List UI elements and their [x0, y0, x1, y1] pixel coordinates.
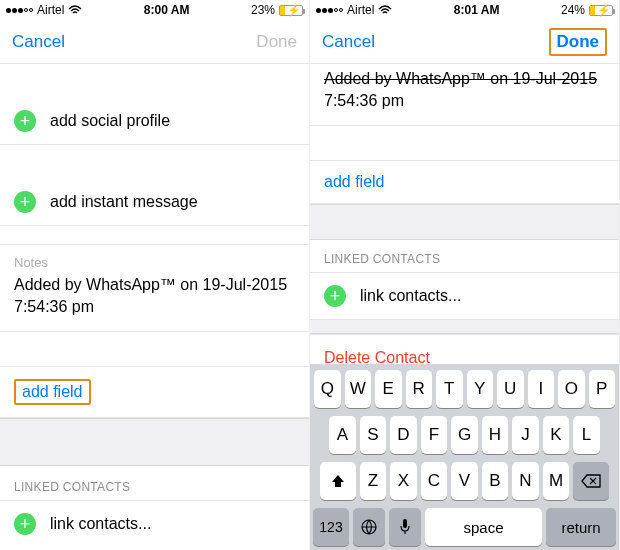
return-key[interactable]: return: [546, 508, 616, 546]
kb-row-2: ASDFGHJKL: [313, 416, 616, 454]
add-field-row[interactable]: add field: [310, 160, 619, 204]
link-contacts-row[interactable]: link contacts...: [310, 272, 619, 320]
key-i[interactable]: I: [528, 370, 555, 408]
add-instant-message-row[interactable]: add instant message: [0, 179, 309, 226]
wifi-icon: [68, 5, 82, 15]
key-k[interactable]: K: [543, 416, 570, 454]
battery-pct: 23%: [251, 3, 275, 17]
shift-icon: [330, 473, 346, 489]
link-contacts-row[interactable]: link contacts...: [0, 500, 309, 547]
svg-rect-1: [403, 519, 407, 528]
backspace-icon: [581, 474, 601, 488]
carrier-label: Airtel: [37, 3, 64, 17]
linked-contacts-header: LINKED CONTACTS: [0, 466, 309, 500]
key-f[interactable]: F: [421, 416, 448, 454]
key-r[interactable]: R: [406, 370, 433, 408]
row-label: link contacts...: [360, 287, 461, 305]
globe-icon: [360, 518, 378, 536]
notes-label: Notes: [14, 255, 295, 270]
key-e[interactable]: E: [375, 370, 402, 408]
carrier-label: Airtel: [347, 3, 374, 17]
shift-key[interactable]: [320, 462, 356, 500]
charging-icon: ⚡: [597, 4, 611, 17]
backspace-key[interactable]: [573, 462, 609, 500]
done-button[interactable]: Done: [557, 32, 600, 51]
key-c[interactable]: C: [421, 462, 448, 500]
kb-row-4: 123 space return: [313, 508, 616, 546]
clock: 8:01 AM: [454, 3, 500, 17]
key-n[interactable]: N: [512, 462, 539, 500]
space-key[interactable]: space: [425, 508, 542, 546]
signal-dots-icon: [316, 8, 343, 13]
key-z[interactable]: Z: [360, 462, 387, 500]
mic-key[interactable]: [389, 508, 421, 546]
notes-block[interactable]: Added by WhatsApp™ on 19-Jul-2015 7:54:3…: [310, 64, 619, 126]
key-j[interactable]: J: [512, 416, 539, 454]
globe-key[interactable]: [353, 508, 385, 546]
right-screen: Airtel 8:01 AM 24% ⚡ Cancel Done Added b…: [310, 0, 620, 550]
key-a[interactable]: A: [329, 416, 356, 454]
key-q[interactable]: Q: [314, 370, 341, 408]
row-label: add social profile: [50, 112, 170, 130]
battery-pct: 24%: [561, 3, 585, 17]
key-t[interactable]: T: [436, 370, 463, 408]
notes-line1: Added by WhatsApp™ on 19-Jul-2015: [324, 70, 597, 87]
add-social-profile-row[interactable]: add social profile: [0, 98, 309, 145]
notes-block[interactable]: Notes Added by WhatsApp™ on 19-Jul-2015 …: [0, 244, 309, 332]
key-v[interactable]: V: [451, 462, 478, 500]
key-y[interactable]: Y: [467, 370, 494, 408]
nav-bar: Cancel Done: [310, 20, 619, 64]
key-l[interactable]: L: [573, 416, 600, 454]
status-bar: Airtel 8:01 AM 24% ⚡: [310, 0, 619, 20]
signal-dots-icon: [6, 8, 33, 13]
key-x[interactable]: X: [390, 462, 417, 500]
notes-line2: 7:54:36 pm: [324, 90, 605, 112]
status-bar: Airtel 8:00 AM 23% ⚡: [0, 0, 309, 20]
left-screen: Airtel 8:00 AM 23% ⚡ Cancel Done add soc…: [0, 0, 310, 550]
key-o[interactable]: O: [558, 370, 585, 408]
plus-icon: [14, 513, 36, 535]
linked-contacts-header: LINKED CONTACTS: [310, 240, 619, 272]
clock: 8:00 AM: [144, 3, 190, 17]
row-label: add instant message: [50, 193, 198, 211]
done-button: Done: [256, 32, 297, 52]
nav-bar: Cancel Done: [0, 20, 309, 64]
kb-row-1: QWERTYUIOP: [313, 370, 616, 408]
key-m[interactable]: M: [543, 462, 570, 500]
add-field-row[interactable]: add field: [0, 366, 309, 418]
plus-icon: [14, 191, 36, 213]
cancel-button[interactable]: Cancel: [12, 32, 65, 52]
add-field-link[interactable]: add field: [22, 383, 83, 400]
plus-icon: [324, 285, 346, 307]
key-w[interactable]: W: [345, 370, 372, 408]
add-field-link[interactable]: add field: [324, 173, 385, 190]
mic-icon: [399, 518, 411, 536]
notes-text: Added by WhatsApp™ on 19-Jul-2015 7:54:3…: [14, 274, 295, 317]
wifi-icon: [378, 5, 392, 15]
key-h[interactable]: H: [482, 416, 509, 454]
key-s[interactable]: S: [360, 416, 387, 454]
key-g[interactable]: G: [451, 416, 478, 454]
cancel-button[interactable]: Cancel: [322, 32, 375, 52]
key-u[interactable]: U: [497, 370, 524, 408]
row-label: link contacts...: [50, 515, 151, 533]
key-d[interactable]: D: [390, 416, 417, 454]
charging-icon: ⚡: [287, 4, 301, 17]
key-b[interactable]: B: [482, 462, 509, 500]
key-p[interactable]: P: [589, 370, 616, 408]
kb-row-3: ZXCVBNM: [313, 462, 616, 500]
plus-icon: [14, 110, 36, 132]
numbers-key[interactable]: 123: [313, 508, 349, 546]
keyboard: QWERTYUIOP ASDFGHJKL ZXCVBNM 123 space r…: [310, 364, 619, 550]
